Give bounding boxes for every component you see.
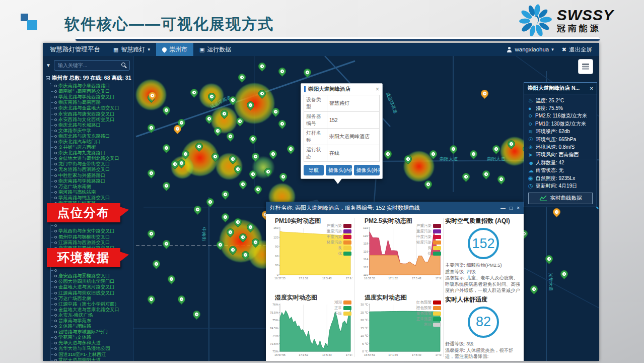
env-data-item: ☻人群数量: 42 — [528, 159, 593, 166]
sidebar-tree-item[interactable]: 学苑南路与纯五路交叉口 — [51, 195, 130, 201]
sidebar-tree-item[interactable]: 学苑西街与永安中路交叉口 — [51, 228, 130, 234]
sidebar-tree-item[interactable]: 南河路与高铁站南 — [51, 190, 130, 195]
sidebar-tree-item[interactable]: 江源中路（第七小学斜对面） — [51, 301, 130, 307]
people-icon: ☻ — [528, 160, 536, 166]
legend-color-chip — [433, 240, 441, 245]
close-button[interactable]: × — [517, 205, 520, 211]
sidebar-tree-item[interactable]: 晋康南与学苑东 — [51, 318, 130, 324]
search-icon[interactable] — [121, 63, 125, 67]
sidebar-tree-item[interactable]: 江源南路与崇双旧线交叉口 — [51, 290, 130, 295]
sidebar-tree-item[interactable]: 文井街与唐六西街 — [51, 145, 130, 150]
legend-label: 中度污染 — [416, 234, 432, 239]
field-value: 智慧路灯 — [327, 95, 380, 112]
legend-color-chip — [433, 246, 441, 250]
user-menu[interactable]: wangxiaohua ▾ — [507, 43, 553, 56]
sidebar-tree-item[interactable]: 无名道路与西涧路交叉口 — [51, 167, 130, 172]
sidebar-tree-item[interactable]: 龙门中街与金带街交叉口 — [51, 161, 130, 167]
sidebar-tree-item[interactable]: 万达广场西北侧 — [51, 296, 130, 301]
sidebar-tree-item[interactable]: 崇庆南路与学苑路路口 — [51, 178, 130, 184]
sidebar-tree-item[interactable]: 光华大道与永和大道 — [51, 340, 130, 346]
sidebar-tree-item[interactable]: 中胜世家与兴盛路路口 — [51, 173, 130, 178]
table-row: 运行状态在线 — [304, 145, 380, 162]
close-icon[interactable]: × — [590, 85, 593, 91]
sidebar-tree-item[interactable]: 崇庆北路汽车站门口 — [51, 139, 130, 145]
legend-item: 干燥 — [334, 311, 351, 316]
exit-fullscreen-label: 退出全屏 — [569, 46, 592, 53]
maximize-button[interactable]: □ — [510, 205, 513, 211]
svg-text:16:57:55: 16:57:55 — [364, 277, 375, 280]
legend-color-chip — [343, 306, 351, 310]
tree-root[interactable]: 崇州市 总数: 99 在线: 68 离线: 31 — [46, 75, 130, 82]
sidebar-tree-item[interactable]: 永安西路与文化西街交叉口 — [51, 117, 130, 123]
sidebar-tree-item[interactable]: 蜀州中路与杨柳街交叉口 — [51, 234, 130, 240]
sidebar-tree-item[interactable]: 江源南路与西游路交叉口 — [51, 240, 130, 246]
navigate-button[interactable]: 导航 — [304, 165, 324, 175]
legend-item: 良 — [416, 245, 441, 251]
sidebar-tree-item[interactable]: 崇庆北路与金盆地大道交叉口 — [51, 105, 130, 111]
legend-color-chip — [433, 306, 441, 310]
collapse-icon[interactable] — [46, 76, 50, 80]
legend-color-chip — [343, 300, 351, 305]
sidebar-tree-item[interactable]: 金盆地大道与滨河路交叉口 — [51, 284, 130, 290]
sidebar-tree-item[interactable] — [51, 223, 130, 228]
sidebar-tree-item[interactable]: 崇庆南路与蜀南西路 — [51, 100, 130, 105]
lamp-status-icon — [54, 174, 57, 177]
svg-text:120: 120 — [363, 234, 369, 237]
sidebar-tree-item[interactable]: 崇庆北路与九龙路路口 — [51, 150, 130, 156]
legend-item: 中度污染 — [416, 234, 441, 239]
field-value: 152 — [327, 112, 380, 129]
sidebar-tree-item[interactable]: 永安东-崇庆广场 — [51, 313, 130, 318]
pm25-chart: PM2.5实时动态图 16:57:5517:1:5217:5:4317:9:37… — [356, 217, 442, 283]
sidebar-tree-item[interactable]: 光华大道与羊马湿地公园 — [51, 346, 130, 351]
env-data-item: PM10: 130微克/立方米 — [528, 120, 593, 128]
sidebar-tree-item[interactable]: 永安西路与唐安西路交叉口 — [51, 111, 130, 116]
tree-item-label: 万达广场西北侧 — [58, 296, 91, 301]
field-label: 服务器编号 — [304, 112, 327, 129]
chevron-down-icon: ▾ — [551, 47, 554, 52]
realtime-curve-button[interactable]: 实时曲线数据 — [528, 193, 593, 204]
chevron-down-icon: ▾ — [148, 47, 150, 52]
sidebar-tree-item[interactable]: 国道318至F1-上林西江 — [51, 352, 130, 357]
sidebar-tree-item[interactable]: 公园大道四川机电学院门口 — [51, 279, 130, 284]
nav-item-smart-lamp[interactable]: ▦ 智慧路灯 ▾ — [107, 43, 156, 56]
sidebar-tree-item[interactable]: 金盆地大道与晋康北路交叉口 — [51, 307, 130, 313]
sidebar-tree-item[interactable]: 崇庆北路与长城路口 — [51, 123, 130, 128]
svg-text:73%: 73% — [272, 350, 279, 353]
sidebar-tree-item[interactable]: 金盆地大道与蜀州北路交叉口 — [51, 156, 130, 161]
lamp-status-icon — [54, 85, 57, 87]
svg-text:75%: 75% — [272, 319, 279, 322]
map-layers-button[interactable] — [578, 59, 593, 74]
sidebar-tree-item[interactable] — [51, 268, 130, 273]
nav-item-city[interactable]: 崇州市 — [156, 43, 193, 56]
sidebar-tree-item[interactable]: 唐安西路与景樑路交叉口 — [51, 273, 130, 279]
sidebar-tree-item[interactable]: 学苑北路与学苑西路交叉口 — [51, 94, 130, 100]
sidebar-tree-item[interactable]: 团结路与东城国际2号门 — [51, 329, 130, 335]
close-icon[interactable]: × — [376, 86, 379, 93]
noise-icon: ≋ — [528, 129, 536, 135]
env-data-item: ●湿度: 75.5% — [528, 104, 593, 112]
device-info-table: 设备类型智慧路灯服务器编号152灯杆名称崇阳大道阑峰酒店运行状态在线 — [304, 95, 380, 162]
comfort-value: 82 — [476, 314, 491, 330]
search-input[interactable] — [54, 60, 130, 71]
camera-internal-button[interactable]: 摄像头(内网) — [326, 165, 352, 175]
sidebar-tree-item[interactable]: 崇庆南路与小康西路路口 — [51, 83, 130, 89]
sidebar-tree-item[interactable]: 文体路与团结路 — [51, 324, 130, 329]
nav-item-running-data[interactable]: ▣ 运行数据 — [193, 43, 237, 56]
minimize-button[interactable]: — — [500, 205, 506, 211]
sidebar-tree-item[interactable]: 学苑南与文体路 — [51, 335, 130, 340]
sidebar-tree-item[interactable]: 崇庆北路与唐安东路路口 — [51, 134, 130, 139]
camera-external-button[interactable]: 摄像头(外网) — [354, 165, 380, 175]
lamp-status-icon — [54, 286, 57, 288]
sidebar-tree-item[interactable]: 文体路崇庆中学 — [51, 128, 130, 134]
divider — [354, 218, 355, 357]
legend-color-chip — [343, 224, 351, 228]
svg-text:110: 110 — [363, 273, 368, 276]
lamp-status-icon — [54, 359, 57, 361]
sidebar-tree-item[interactable]: 世纪大道与崇阳大道 — [51, 357, 130, 361]
comfort-tip: 温馨提示: 人体感觉炎热，很不舒适，需注意防暑降温: — [445, 347, 522, 360]
svg-text:17:9:37: 17:9:37 — [346, 353, 352, 356]
legend-item: 潮湿 — [334, 299, 351, 305]
sidebar-tree-item[interactable]: 蜀南街与蜀南西路交叉口 — [51, 89, 130, 94]
sidebar-tree-item[interactable]: 万达广场东南侧 — [51, 184, 130, 190]
exit-fullscreen-button[interactable]: ✖ 退出全屏 — [562, 43, 592, 56]
